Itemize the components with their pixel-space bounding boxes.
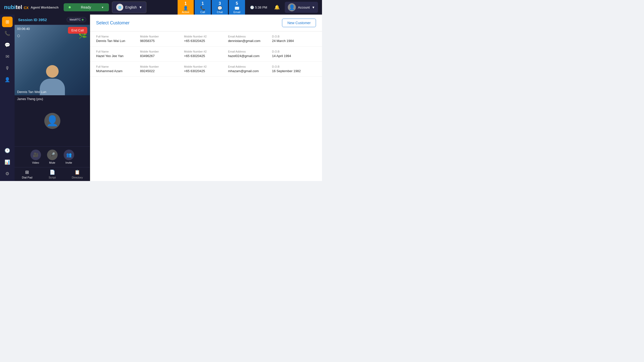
top-navigation: nubitel CX Agent Workbench Ready ▼ 🌐 Eng… [0, 0, 322, 15]
col-fullname: Full Name Dennis Tan Wai Lun [96, 35, 140, 43]
nav-badge-chat[interactable]: 3 💬 Chat [212, 0, 228, 15]
sidebar-item-settings[interactable]: ⚙ [2, 168, 13, 179]
sidebar-item-voicemail[interactable]: 🎙 [2, 63, 13, 73]
caller-video: 🌿 00:06:40 ⬡ End Call Dennis Tan Wei Lun [15, 25, 90, 95]
directory-label: Directory [72, 176, 83, 179]
col-mobile: Mobile Number 83496267 [140, 50, 184, 58]
webrtc-label: WebRTC [69, 18, 81, 21]
sidebar-item-home[interactable]: ⊞ [2, 17, 13, 27]
active-label: Active [182, 11, 189, 14]
col-dob: D.O.B 16 September 1982 [272, 65, 316, 73]
content-header: Select Customer New Customer [90, 15, 322, 31]
self-video: James Theng (you) 👤 [15, 95, 90, 146]
call-panel: Session ID 3952 WebRTC [15, 15, 90, 181]
notification-bell[interactable]: 🔔 [272, 5, 282, 10]
col-email: Email Address mhazam@gmail.com [228, 65, 272, 73]
ready-button[interactable]: Ready ▼ [64, 3, 109, 11]
tab-directory[interactable]: 📋 Directory [65, 167, 90, 181]
mute-label: Mute [49, 161, 55, 164]
language-button[interactable]: 🌐 English ▼ [112, 2, 147, 13]
tab-script[interactable]: 📄 Script [40, 167, 65, 181]
clock: 🕐 5:38 PM [248, 6, 269, 9]
call-panel-tabs: ⊞ Dial Pad 📄 Script 📋 Directory [15, 167, 90, 181]
nav-badge-email[interactable]: 5 ✉️ Email [229, 0, 245, 15]
email-icon: ✉️ [234, 6, 239, 11]
sidebar-item-phone[interactable]: 📞 [2, 28, 13, 39]
table-row[interactable]: Full Name Mohammed Azam Mobile Number 89… [90, 62, 322, 77]
invite-button[interactable]: 👥 Invite [64, 150, 74, 164]
col-mobile2: Mobile Number #2 +65 63020425 [184, 65, 228, 73]
email-count: 5 [236, 1, 238, 6]
sidebar-item-analytics[interactable]: 📊 [2, 157, 13, 167]
table-row[interactable]: Full Name Dennis Tan Wai Lun Mobile Numb… [90, 31, 322, 47]
session-id: Session ID 3952 [18, 18, 47, 22]
directory-icon: 📋 [74, 169, 80, 175]
ready-status-dot [69, 6, 71, 8]
logo-icon: nubitel CX [4, 4, 29, 11]
ready-dropdown-arrow: ▼ [101, 6, 104, 9]
self-avatar: 👤 [44, 113, 60, 129]
call-controls: 🎥 Video 🎤 Mute 👥 Invite [15, 146, 90, 167]
chat-count: 3 [219, 1, 221, 6]
icon-sidebar: ⊞ 📞 💬 ✉ 🎙 👤 🕐 📊 ⚙ [0, 15, 15, 181]
col-email: Email Address hazel024@gmail.com [228, 50, 272, 58]
col-mobile: Mobile Number 98358375 [140, 35, 184, 43]
sidebar-item-history[interactable]: 🕐 [2, 145, 13, 156]
mute-button[interactable]: 🎤 Mute [47, 150, 58, 164]
sidebar-item-contact[interactable]: 👤 [2, 74, 13, 85]
dialpad-label: Dial Pad [22, 176, 32, 179]
col-email: Email Address dennistan@gmail.com [228, 35, 272, 43]
table-row[interactable]: Full Name Hazel Yeo Jee Yan Mobile Numbe… [90, 47, 322, 62]
account-label: Account [298, 6, 310, 9]
col-mobile2: Mobile Number #2 +65 63020425 [184, 50, 228, 58]
call-panel-header: Session ID 3952 WebRTC [15, 15, 90, 25]
time-display: 5:38 PM [255, 6, 267, 9]
active-icon: 👤 [183, 6, 188, 11]
nav-badge-active[interactable]: 1 👤 Active [178, 0, 194, 15]
video-control-button[interactable]: 🎥 Video [30, 150, 41, 164]
col-mobile: Mobile Number 89245022 [140, 65, 184, 73]
customer-table: Full Name Dennis Tan Wai Lun Mobile Numb… [90, 31, 322, 77]
col-fullname: Full Name Hazel Yeo Jee Yan [96, 50, 140, 58]
email-label: Email [233, 11, 240, 14]
avatar: 👤 [288, 3, 296, 11]
caller-video-feed: 🌿 [15, 25, 90, 95]
video-area: 🌿 00:06:40 ⬡ End Call Dennis Tan Wei Lun… [15, 25, 90, 146]
call-icon: 📞 [200, 6, 205, 11]
logo: nubitel CX Agent Workbench [4, 4, 59, 11]
new-customer-button[interactable]: New Customer [282, 19, 316, 27]
popup-icon[interactable]: ⬡ [17, 34, 20, 38]
agent-workbench-label: Agent Workbench [31, 6, 59, 9]
caller-name: Dennis Tan Wei Lun [17, 90, 46, 94]
col-dob: D.O.B 14 April 1994 [272, 50, 316, 58]
col-dob: D.O.B 24 March 1984 [272, 35, 316, 43]
tab-dialpad[interactable]: ⊞ Dial Pad [15, 167, 40, 181]
video-label: Video [32, 161, 39, 164]
nav-badge-call[interactable]: 1 📞 Call [195, 0, 211, 15]
call-timer: 00:06:40 [17, 27, 30, 31]
language-arrow: ▼ [139, 5, 142, 9]
invite-icon: 👥 [64, 150, 74, 160]
script-label: Script [49, 176, 56, 179]
language-globe-icon: 🌐 [116, 4, 123, 11]
invite-label: Invite [65, 161, 72, 164]
video-icon: 🎥 [30, 150, 41, 160]
content-title: Select Customer [96, 20, 130, 26]
chat-icon: 💬 [217, 6, 222, 11]
sidebar-item-chat[interactable]: 💬 [2, 40, 13, 50]
webrtc-badge: WebRTC [67, 17, 86, 22]
account-dropdown-arrow: ▼ [312, 6, 315, 9]
nav-badges: 1 👤 Active 1 📞 Call 3 💬 Chat 5 ✉️ Email [178, 0, 245, 15]
active-count: 1 [184, 1, 187, 6]
col-mobile2: Mobile Number #2 +65 63020425 [184, 35, 228, 43]
script-icon: 📄 [50, 169, 55, 175]
clock-icon: 🕐 [250, 6, 254, 9]
mute-icon: 🎤 [47, 150, 58, 160]
call-label: Call [200, 11, 205, 14]
call-count: 1 [202, 1, 204, 6]
language-label: English [125, 5, 137, 9]
end-call-button[interactable]: End Call [68, 27, 87, 34]
sidebar-item-email[interactable]: ✉ [2, 51, 13, 62]
col-fullname: Full Name Mohammed Azam [96, 65, 140, 73]
account-menu[interactable]: 👤 Account ▼ [285, 2, 318, 13]
